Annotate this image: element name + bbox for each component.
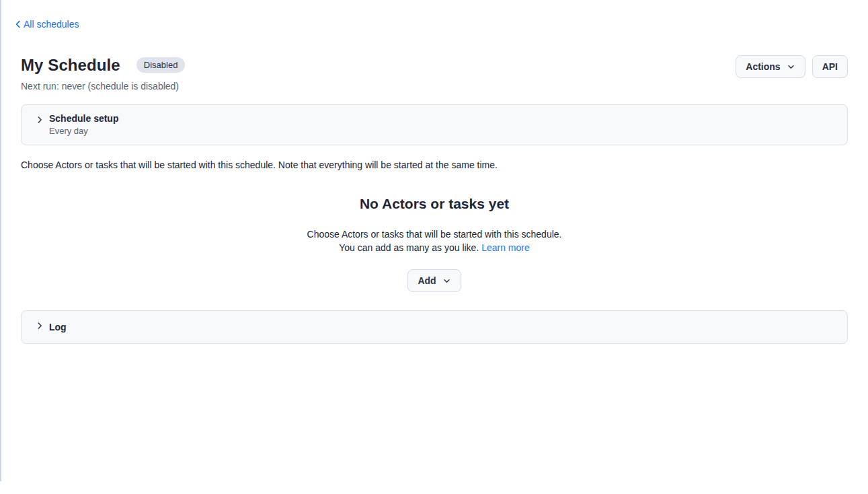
next-run-text: Next run: never (schedule is disabled) <box>21 81 185 92</box>
actions-button[interactable]: Actions <box>736 55 805 78</box>
actions-button-label: Actions <box>746 61 780 72</box>
add-button[interactable]: Add <box>407 269 461 292</box>
back-to-all-schedules-link[interactable]: All schedules <box>13 19 79 30</box>
api-button[interactable]: API <box>812 55 848 78</box>
empty-state: No Actors or tasks yet Choose Actors or … <box>21 195 848 292</box>
left-edge-divider <box>0 0 1 481</box>
log-panel-title: Log <box>49 322 67 333</box>
page-title: My Schedule <box>21 55 120 75</box>
schedule-detail-page: All schedules My Schedule Disabled Next … <box>0 0 868 344</box>
header-actions: Actions API <box>736 55 848 78</box>
chevron-down-icon <box>787 63 795 71</box>
chevron-right-icon <box>35 115 44 137</box>
api-button-label: API <box>822 61 838 72</box>
schedule-setup-title: Schedule setup <box>49 113 118 125</box>
learn-more-link[interactable]: Learn more <box>481 242 530 253</box>
page-header: My Schedule Disabled Next run: never (sc… <box>21 55 848 92</box>
chevron-down-icon <box>442 277 451 285</box>
schedule-setup-panel[interactable]: Schedule setup Every day <box>21 104 848 145</box>
title-block: My Schedule Disabled Next run: never (sc… <box>21 55 185 92</box>
add-button-label: Add <box>418 275 436 286</box>
chevron-right-icon <box>35 321 44 333</box>
schedule-note-text: Choose Actors or tasks that will be star… <box>21 160 848 171</box>
empty-state-line2: You can add as many as you like. <box>339 242 479 253</box>
chevron-left-icon <box>13 19 24 30</box>
log-panel[interactable]: Log <box>21 310 848 344</box>
schedule-setup-subtitle: Every day <box>49 126 118 137</box>
empty-state-description: Choose Actors or tasks that will be star… <box>21 227 848 254</box>
status-badge: Disabled <box>136 57 186 73</box>
empty-state-line1: Choose Actors or tasks that will be star… <box>307 229 562 240</box>
back-link-label: All schedules <box>24 19 79 30</box>
empty-state-title: No Actors or tasks yet <box>21 195 848 212</box>
schedule-setup-text: Schedule setup Every day <box>49 113 118 137</box>
